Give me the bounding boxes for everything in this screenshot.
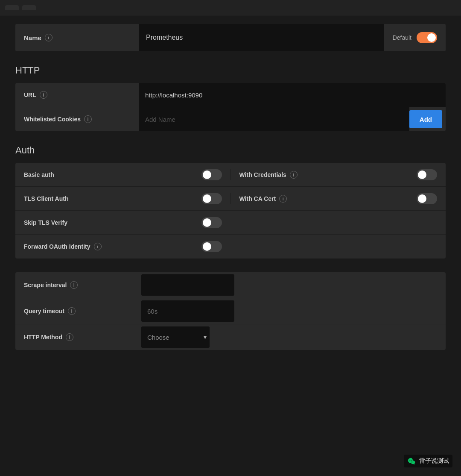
auth-row-3: Skip TLS Verify (15, 211, 446, 235)
name-label-cell: Name i (15, 24, 139, 51)
scrape-interval-input[interactable] (141, 274, 234, 296)
with-credentials-toggle[interactable] (417, 169, 437, 180)
scrape-interval-info-icon[interactable]: i (70, 281, 78, 289)
wechat-icon (407, 456, 417, 466)
with-credentials-label: With Credentials i (239, 171, 410, 179)
auth-grid: Basic auth With Credentials i TLS Client… (15, 163, 446, 259)
scrape-interval-row: Scrape interval i (15, 272, 446, 298)
cookies-row: Whitelisted Cookies i Add (15, 107, 446, 131)
watermark: 雷子说测试 (404, 455, 452, 467)
options-group: Scrape interval i Query timeout i HTTP M… (15, 272, 446, 350)
http-form-group: URL i Whitelisted Cookies i Add (15, 83, 446, 131)
skip-tls-cell: Skip TLS Verify (15, 217, 230, 228)
watermark-text: 雷子说测试 (419, 457, 449, 465)
query-timeout-info-icon[interactable]: i (68, 307, 76, 315)
tab-1[interactable] (5, 5, 19, 10)
http-method-info-icon[interactable]: i (66, 333, 73, 341)
url-info-icon[interactable]: i (40, 91, 47, 99)
scrape-interval-label: Scrape interval (24, 282, 67, 288)
with-ca-cert-label: With CA Cert i (239, 195, 410, 203)
query-timeout-row: Query timeout i (15, 298, 446, 324)
skip-tls-label: Skip TLS Verify (24, 219, 195, 226)
with-ca-cert-info-icon[interactable]: i (279, 195, 287, 203)
forward-oauth-label: Forward OAuth Identity i (24, 243, 195, 250)
with-ca-cert-cell: With CA Cert i (231, 193, 446, 204)
scrape-interval-label-cell: Scrape interval i (15, 281, 139, 289)
with-ca-cert-toggle[interactable] (417, 193, 437, 204)
tls-client-auth-toggle[interactable] (201, 193, 222, 204)
url-input[interactable] (139, 83, 446, 107)
http-heading: HTTP (15, 65, 446, 76)
name-label: Name (24, 34, 41, 41)
http-method-row: HTTP Method i Choose GET POST (15, 324, 446, 350)
tls-client-auth-cell: TLS Client Auth (15, 193, 231, 204)
url-label: URL (24, 91, 36, 98)
name-info-icon[interactable]: i (45, 34, 53, 41)
add-button[interactable]: Add (409, 110, 442, 128)
with-credentials-info-icon[interactable]: i (290, 171, 298, 179)
cookies-label-cell: Whitelisted Cookies i (15, 115, 139, 123)
basic-auth-label: Basic auth (24, 171, 195, 178)
auth-row-4: Forward OAuth Identity i (15, 235, 446, 259)
main-content: Name i Default HTTP URL i Whitelisted Co… (0, 15, 461, 365)
forward-oauth-info-icon[interactable]: i (94, 243, 102, 250)
url-label-cell: URL i (15, 91, 139, 99)
basic-auth-toggle[interactable] (201, 169, 222, 180)
default-cell: Default (384, 24, 446, 51)
name-input[interactable] (139, 24, 384, 51)
with-credentials-cell: With Credentials i (231, 169, 446, 180)
query-timeout-input[interactable] (141, 300, 234, 322)
cookies-input[interactable] (139, 107, 409, 131)
basic-auth-cell: Basic auth (15, 169, 231, 180)
http-method-label: HTTP Method (24, 334, 62, 341)
tls-client-auth-label: TLS Client Auth (24, 195, 195, 202)
default-label: Default (393, 34, 411, 41)
auth-row-1: Basic auth With Credentials i (15, 163, 446, 187)
query-timeout-label-cell: Query timeout i (15, 307, 139, 315)
query-timeout-label: Query timeout (24, 308, 64, 314)
forward-oauth-toggle[interactable] (201, 241, 222, 252)
http-method-select-wrapper: Choose GET POST (139, 324, 212, 350)
http-method-label-cell: HTTP Method i (15, 333, 139, 341)
top-bar (0, 0, 461, 15)
cookies-info-icon[interactable]: i (84, 115, 92, 123)
forward-oauth-cell: Forward OAuth Identity i (15, 241, 230, 252)
http-method-select[interactable]: Choose GET POST (141, 326, 210, 348)
default-toggle[interactable] (417, 32, 437, 43)
url-row: URL i (15, 83, 446, 107)
skip-tls-toggle[interactable] (201, 217, 222, 228)
auth-row-2: TLS Client Auth With CA Cert i (15, 187, 446, 211)
auth-heading: Auth (15, 145, 446, 156)
name-row: Name i Default (15, 24, 446, 51)
tab-2[interactable] (22, 5, 36, 10)
cookies-label: Whitelisted Cookies (24, 116, 81, 123)
